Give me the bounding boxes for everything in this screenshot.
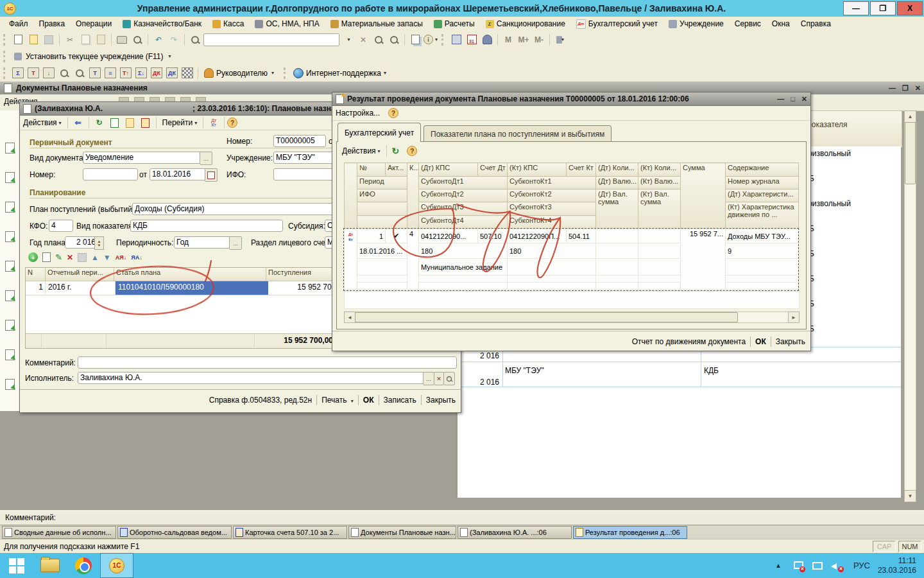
doc-kind-field[interactable]: Уведомление [83,152,202,164]
ok-button[interactable]: ОК [755,337,766,346]
doclist-row[interactable]: КДБ [799,297,901,322]
edit-row-button[interactable]: ✎ [55,252,62,262]
doclist-row[interactable]: произвольный [799,146,901,172]
col-period[interactable]: Отчетный пери... [46,268,114,281]
minimize-button[interactable]: — [843,1,869,15]
menu-materials[interactable]: Материальные запасы [328,19,425,29]
search-dropdown[interactable]: ▾ [341,33,355,46]
set-institution-button[interactable] [11,50,25,63]
reg-number-field[interactable]: Т00000005 [273,135,326,147]
movements-report-button[interactable]: Отчет по движениям документа [632,337,746,346]
col-num[interactable]: № [357,163,386,177]
new-button[interactable] [11,33,25,46]
volume-icon[interactable]: ✕ [831,561,841,570]
col-kt-acc[interactable]: Счет Кт [567,163,596,177]
memory-plus-button[interactable]: M+ [517,33,531,46]
unpost-doc-button[interactable] [139,116,153,129]
window-button-document[interactable]: (Заливахина Ю.А. ...:06 [458,526,572,539]
dtkt-button[interactable]: Дт Кт [207,116,221,129]
doclist-row[interactable]: КДБ [799,272,901,297]
dialog2-titlebar[interactable]: ★ Результат проведения документа Плановы… [332,92,810,106]
actions-button[interactable]: Действия▾ [339,146,384,156]
period-picker-button[interactable]: ... [229,236,242,250]
executor-field[interactable]: Заливахина Ю.А. [78,372,427,384]
dialog2-restore-button[interactable]: □ [791,95,795,103]
tab-plan-indicators[interactable]: Показатели плана по поступлениям и выбыт… [424,125,612,142]
col-dt-char[interactable]: (Дт) Характеристи... [726,189,799,202]
col-kt-char[interactable]: (Кт) Характеристика движения по ... [726,202,799,229]
toolbar-grip[interactable] [3,51,7,62]
menu-authorization[interactable]: ΣСанкционирование [483,19,568,29]
calendar-button[interactable]: 31 [465,33,479,46]
find-next-button[interactable] [372,33,386,46]
save-button[interactable] [42,33,56,46]
dialog2-close-button[interactable]: ✕ [801,95,807,103]
restore-button[interactable]: ❐ [870,1,896,15]
col-kt-cur[interactable]: (Кт) Валю... [638,177,681,189]
file-explorer-button[interactable] [33,553,67,578]
calendar-picker-button[interactable] [205,168,218,182]
col-sum[interactable]: Сумма [681,163,726,229]
ok-button[interactable]: ОК [363,396,374,405]
col-n[interactable]: N [26,268,46,281]
report-subconto2-button[interactable]: Σ↓ [134,67,148,80]
add-row-button[interactable]: + [28,252,38,262]
search-input[interactable] [203,33,339,46]
find-button[interactable] [188,33,202,46]
scroll-thumb[interactable] [355,312,738,322]
print-button[interactable] [115,33,129,46]
chrome-button[interactable] [67,553,100,578]
window-button-doclist[interactable]: Документы Плановые назн... [348,526,456,539]
help-button[interactable]: ? [407,146,417,156]
actions-button[interactable]: Действия▾ [20,118,65,128]
toolbar-grip[interactable] [284,67,287,79]
kfo-field[interactable]: 4 [49,220,73,232]
settings-button[interactable]: Настройка... [332,108,383,118]
col-sdt1[interactable]: СубконтоДт1 [419,177,508,189]
doclist-cell-year[interactable]: 2 016 [457,351,499,360]
year-spinner[interactable]: ▲▼ [94,236,104,250]
internet-support-button[interactable] [291,67,305,80]
col-dt-qty[interactable]: (Дт) Коли... [596,163,638,177]
refresh-button[interactable]: ↻ [392,146,400,156]
menu-service[interactable]: Сервис [732,19,764,29]
search-clear-button[interactable]: ✕ [356,33,370,46]
col-sdt4[interactable]: СубконтоДт4 [419,216,508,229]
menu-file[interactable]: Файл [6,19,31,29]
doclist-minimize-button[interactable]: — [889,84,896,92]
copy-button[interactable] [78,33,92,46]
language-indicator[interactable]: РУС [853,561,870,570]
toolbar-grip[interactable] [3,67,7,79]
col-skt1[interactable]: СубконтоКт1 [508,177,596,189]
service-params-button[interactable]: ▾ [553,33,567,46]
manager-label[interactable]: Руководителю [216,69,268,78]
start-button[interactable] [0,553,33,578]
toolbar-grip[interactable] [441,34,445,46]
post-doc-button[interactable] [123,116,137,129]
report-subconto1-button[interactable]: Т↑ [119,67,133,80]
move-down-button[interactable]: ▼ [103,253,111,262]
doclist-cell-year[interactable]: 2 016 [457,378,499,387]
report-chess-button[interactable] [180,67,194,80]
col-skt4[interactable]: СубконтоКт4 [508,216,596,229]
find-prev-button[interactable] [387,33,401,46]
report-analysis-button[interactable] [57,67,71,80]
doclist-close-button[interactable]: ✕ [915,84,921,92]
col-sdt2[interactable]: СубконтоДт2 [419,189,508,202]
open-button[interactable] [26,33,40,46]
col-act[interactable]: Акт... [386,163,407,177]
copy-doc-button[interactable] [108,116,122,129]
1c-app-button[interactable]: 1С [100,553,133,578]
executor-picker-button[interactable]: ... [423,372,434,385]
doc-date-field[interactable]: 18.01.2016 [150,168,209,180]
menu-operations[interactable]: Операции [73,19,114,29]
doc-kind-picker-button[interactable]: ... [200,152,212,165]
col-kt-kps[interactable]: (Кт) КПС [508,163,567,177]
col-kt-qty[interactable]: (Кт) Коли... [638,163,681,177]
help-button[interactable]: ? [388,108,398,118]
redo-button[interactable]: ↷ [167,33,181,46]
report-account-button[interactable]: Т [26,67,40,80]
window-button-posting-result[interactable]: Результат проведения д...:06 [573,526,687,539]
doclist-restore-button[interactable]: ❐ [902,84,909,92]
doclist-cell-org[interactable]: МБУ "ТЭУ" [505,366,544,375]
